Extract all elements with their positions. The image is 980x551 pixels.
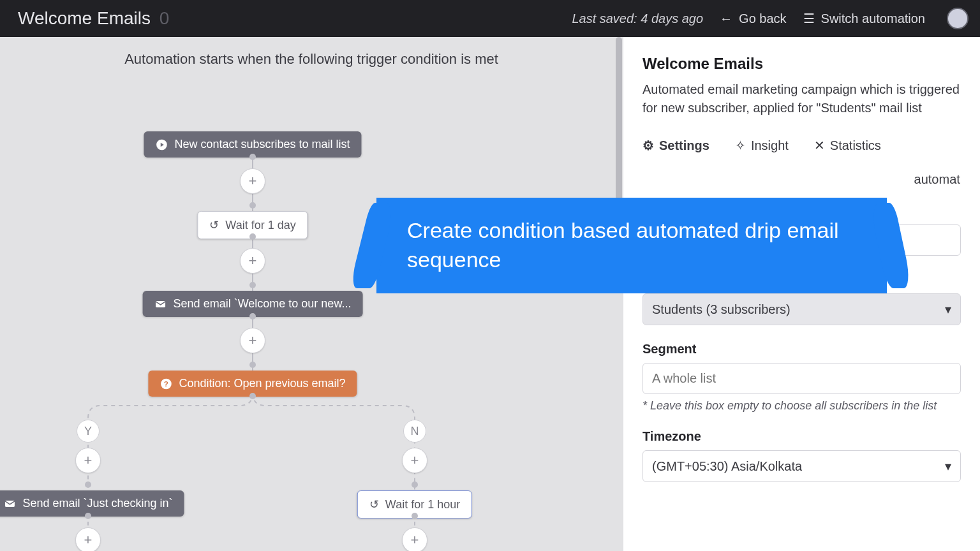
add-step-button[interactable]: + — [240, 248, 265, 274]
condition-node-label: Condition: Open previous email? — [179, 377, 345, 390]
flow-canvas[interactable]: Automation starts when the following tri… — [0, 37, 623, 551]
annotation-text: Create condition based automated drip em… — [407, 216, 856, 275]
segment-label: Segment — [642, 342, 961, 356]
add-step-button[interactable]: + — [75, 527, 101, 551]
page-title-text: Welcome Emails — [18, 8, 151, 28]
timezone-value: (GMT+05:30) Asia/Kolkata — [652, 459, 802, 474]
add-step-button[interactable]: + — [402, 527, 427, 551]
avatar[interactable] — [947, 8, 969, 29]
panel-description: Automated email marketing campaign which… — [642, 80, 961, 117]
timezone-label: Timezone — [642, 429, 961, 444]
audience-value: Students (3 subscribers) — [652, 302, 791, 317]
arrow-left-icon: ← — [720, 11, 732, 26]
segment-input[interactable] — [642, 363, 961, 394]
title-count: 0 — [160, 8, 170, 28]
branch-no[interactable]: N — [403, 420, 426, 443]
mail-icon — [3, 497, 16, 510]
history-icon: ↺ — [369, 497, 379, 511]
send-email-node-2-label: Send email `Just checking in` — [22, 497, 172, 510]
mail-icon — [154, 298, 167, 311]
question-icon: ? — [160, 378, 172, 390]
trigger-instruction: Automation starts when the following tri… — [0, 51, 623, 68]
send-email-node-1-label: Send email `Welcome to our new... — [174, 297, 352, 311]
settings-intro-text: xxxxxxxxxxxxxxxxxxxxxxxxxxxxxxxxxxxxxxxx… — [642, 172, 961, 187]
last-saved-text: Last saved: 4 days ago — [572, 11, 703, 26]
go-back-button[interactable]: ← Go back — [720, 11, 786, 26]
segment-hint: * Leave this box empty to choose all sub… — [642, 399, 961, 413]
add-step-button[interactable]: + — [75, 448, 101, 473]
settings-icon: ⚙ — [642, 138, 654, 153]
stats-icon: ✕ — [814, 138, 825, 153]
send-email-node-2[interactable]: Send email `Just checking in` — [0, 490, 184, 517]
panel-title: Welcome Emails — [642, 55, 961, 73]
switch-automation-button[interactable]: ☰ Switch automation — [803, 11, 925, 26]
switch-automation-label: Switch automation — [821, 11, 925, 26]
page-title: Welcome Emails 0 — [18, 8, 169, 29]
lightbulb-icon: ✧ — [735, 138, 746, 153]
tab-statistics-label: Statistics — [830, 138, 881, 153]
chevron-down-icon: ▾ — [945, 459, 951, 474]
switch-icon: ☰ — [803, 11, 815, 26]
top-bar: Welcome Emails 0 Last saved: 4 days ago … — [0, 0, 980, 37]
trigger-node-label: New contact subscribes to mail list — [174, 138, 350, 151]
annotation-overlay: Create condition based automated drip em… — [376, 198, 887, 293]
wait-node-1-label: Wait for 1 day — [225, 219, 295, 232]
play-icon — [155, 138, 168, 151]
settings-panel: Welcome Emails Automated email marketing… — [623, 37, 980, 551]
chevron-down-icon: ▾ — [945, 302, 951, 317]
tab-settings[interactable]: ⚙ Settings — [642, 138, 709, 158]
add-step-button[interactable]: + — [240, 168, 265, 194]
wait-node-2-label: Wait for 1 hour — [385, 498, 460, 511]
tab-settings-label: Settings — [659, 138, 709, 153]
add-step-button[interactable]: + — [402, 448, 427, 473]
branch-yes[interactable]: Y — [77, 420, 100, 443]
tab-insight-label: Insight — [751, 138, 789, 153]
audience-select[interactable]: Students (3 subscribers) ▾ — [642, 293, 961, 325]
panel-tabs: ⚙ Settings ✧ Insight ✕ Statistics — [642, 138, 961, 158]
tab-insight[interactable]: ✧ Insight — [735, 138, 789, 158]
go-back-label: Go back — [739, 11, 786, 26]
tab-statistics[interactable]: ✕ Statistics — [814, 138, 881, 158]
timezone-select[interactable]: (GMT+05:30) Asia/Kolkata ▾ — [642, 450, 961, 482]
svg-text:?: ? — [164, 379, 168, 388]
add-step-button[interactable]: + — [240, 328, 265, 353]
history-icon: ↺ — [209, 218, 219, 232]
